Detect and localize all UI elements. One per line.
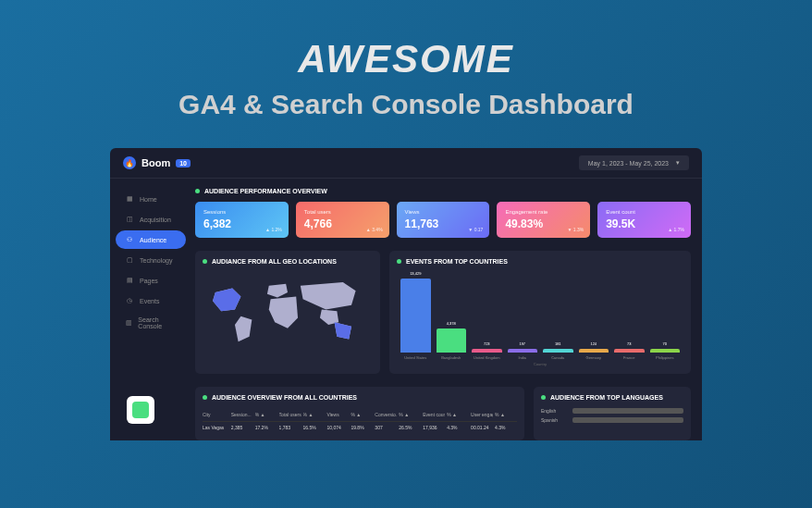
- table-column-header[interactable]: % ▲: [495, 412, 517, 417]
- app-badge[interactable]: [127, 396, 154, 424]
- sidebar-item-events[interactable]: ◷Events: [116, 291, 186, 310]
- bar-value-label: 13,429: [410, 271, 421, 276]
- chart-bar[interactable]: 723: [472, 349, 502, 353]
- table-column-header[interactable]: Views: [326, 412, 349, 417]
- chart-bar[interactable]: 70: [650, 349, 681, 353]
- table-row[interactable]: Las Vegas2,38517.2%1,78316.5%10,07419.8%…: [203, 422, 517, 433]
- chevron-down-icon: ▾: [676, 159, 680, 167]
- languages-panel: AUDIENCE FROM TOP LANGUAGES EnglishSpani…: [534, 387, 691, 440]
- table-column-header[interactable]: % ▲: [399, 412, 421, 417]
- sidebar-item-search-console[interactable]: ▥Search Console: [116, 312, 186, 334]
- bar-wrap: 73France: [614, 349, 645, 360]
- file-icon: ▤: [125, 276, 134, 285]
- table-cell: 00.01.24: [471, 425, 493, 430]
- bar-wrap: 181Canada: [543, 349, 573, 360]
- bars-icon: ▥: [125, 318, 132, 328]
- table-column-header[interactable]: City: [203, 412, 229, 417]
- dashboard-header: 🔥 Boom 10 May 1, 2023 - May 25, 2023 ▾: [110, 148, 702, 179]
- table-cell: 2,385: [231, 425, 253, 430]
- language-name: English: [541, 408, 569, 414]
- metric-card[interactable]: Views11,763▼ 0.17: [397, 202, 490, 238]
- metric-card[interactable]: Total users4,766▲ 3.4%: [296, 202, 389, 238]
- language-name: Spanish: [541, 417, 569, 423]
- table-column-header[interactable]: % ▲: [255, 412, 277, 417]
- table-column-header[interactable]: User engage...: [471, 412, 493, 417]
- table-column-header[interactable]: Total users: [279, 412, 301, 417]
- table-cell: 19.8%: [351, 425, 373, 430]
- countries-bar-chart[interactable]: 13,429United States4,378Bangladesh723Uni…: [397, 272, 683, 360]
- table-column-header[interactable]: Conversio...: [375, 412, 397, 417]
- section-title-text: AUDIENCE PERFORMANCE OVERVIEW: [204, 188, 327, 194]
- brand[interactable]: 🔥 Boom 10: [123, 156, 191, 169]
- table-column-header[interactable]: Session...: [231, 412, 253, 417]
- status-dot-icon: [203, 259, 207, 264]
- metric-card[interactable]: Engagement rate49.83%▼ 1.3%: [497, 202, 590, 238]
- date-range-picker[interactable]: May 1, 2023 - May 25, 2023 ▾: [579, 155, 689, 170]
- table-cell: 26.5%: [399, 425, 421, 430]
- overview-title: AUDIENCE PERFORMANCE OVERVIEW: [195, 188, 691, 194]
- card-delta: ▲ 1.2%: [265, 227, 282, 232]
- chart-bar[interactable]: 73: [614, 349, 645, 353]
- chart-bar[interactable]: 13,429: [400, 279, 431, 353]
- status-dot-icon: [203, 395, 207, 400]
- bar-value-label: 4,378: [447, 321, 456, 326]
- bar-wrap: 197India: [508, 349, 538, 360]
- sidebar-item-label: Audience: [140, 237, 166, 243]
- language-bar: Spanish: [541, 417, 683, 423]
- language-bar: English: [541, 408, 683, 414]
- metric-cards: Sessions6,382▲ 1.2%Total users4,766▲ 3.4…: [195, 202, 691, 238]
- countries-table-panel: AUDIENCE OVERVIEW FROM ALL COUNTRIES Cit…: [195, 387, 524, 440]
- section-title-text: AUDIENCE OVERVIEW FROM ALL COUNTRIES: [212, 394, 357, 401]
- metric-card[interactable]: Sessions6,382▲ 1.2%: [195, 202, 289, 238]
- card-delta: ▲ 1.7%: [668, 227, 684, 232]
- table-column-header[interactable]: Event count: [423, 412, 445, 417]
- sidebar-item-label: Technology: [140, 257, 172, 264]
- bar-value-label: 197: [519, 341, 525, 346]
- chart-bar[interactable]: 197: [508, 349, 538, 353]
- bar-category-label: United Kingdom: [474, 355, 499, 360]
- table-cell: 17.2%: [255, 425, 277, 430]
- table-column-header[interactable]: % ▲: [447, 412, 469, 417]
- brand-icon: 🔥: [123, 156, 136, 169]
- table-cell: 16.5%: [303, 425, 326, 430]
- table-cell: 4.3%: [495, 425, 517, 430]
- brand-name: Boom: [141, 157, 170, 168]
- metric-card[interactable]: Event count39.5K▲ 1.7%: [597, 202, 691, 238]
- chart-bar[interactable]: 4,378: [437, 328, 467, 353]
- bar-wrap: 124Germany: [579, 349, 609, 360]
- table-column-header[interactable]: % ▲: [351, 412, 373, 417]
- sidebar-item-audience[interactable]: ⚇Audience: [116, 230, 186, 249]
- grid-icon: ▦: [125, 194, 134, 204]
- card-delta: ▼ 0.17: [468, 227, 483, 232]
- bar-category-label: France: [623, 355, 634, 360]
- camera-icon: ◫: [125, 215, 134, 224]
- sidebar-item-acquisition[interactable]: ◫Acquisition: [116, 210, 186, 229]
- sidebar-item-label: Search Console: [138, 316, 177, 329]
- section-title-text: AUDIENCE FROM TOP LANGUAGES: [550, 394, 663, 401]
- table-body: Las Vegas2,38517.2%1,78316.5%10,07419.8%…: [203, 422, 517, 433]
- hero-subtitle: GA4 & Search Console Dashboard: [0, 89, 812, 120]
- bar-wrap: 13,429United States: [400, 279, 431, 360]
- language-value-bar: [572, 417, 683, 423]
- sidebar-item-label: Acquisition: [140, 217, 171, 223]
- world-map[interactable]: [203, 272, 373, 355]
- table-cell: 10,074: [326, 425, 349, 430]
- bar-category-label: Canada: [551, 355, 564, 360]
- bar-value-label: 70: [663, 341, 667, 346]
- language-value-bar: [572, 408, 683, 414]
- table-column-header[interactable]: % ▲: [303, 412, 326, 417]
- sidebar-item-home[interactable]: ▦Home: [116, 190, 186, 208]
- sidebar-item-pages[interactable]: ▤Pages: [116, 271, 186, 290]
- sidebar-item-technology[interactable]: ▢Technology: [116, 251, 186, 269]
- chart-bar[interactable]: 181: [543, 349, 573, 353]
- status-dot-icon: [195, 189, 200, 193]
- app-badge-icon: [132, 402, 149, 418]
- sidebar-item-label: Pages: [140, 278, 158, 284]
- card-label: Views: [405, 209, 482, 215]
- section-title-text: AUDIANCE FROM ALL GEO LOCATIONS: [212, 258, 337, 265]
- card-label: Engagement rate: [505, 209, 582, 215]
- chart-bar[interactable]: 124: [579, 349, 609, 353]
- bar-category-label: Germany: [586, 355, 601, 360]
- users-icon: ⚇: [125, 235, 134, 244]
- bar-value-label: 124: [590, 341, 597, 346]
